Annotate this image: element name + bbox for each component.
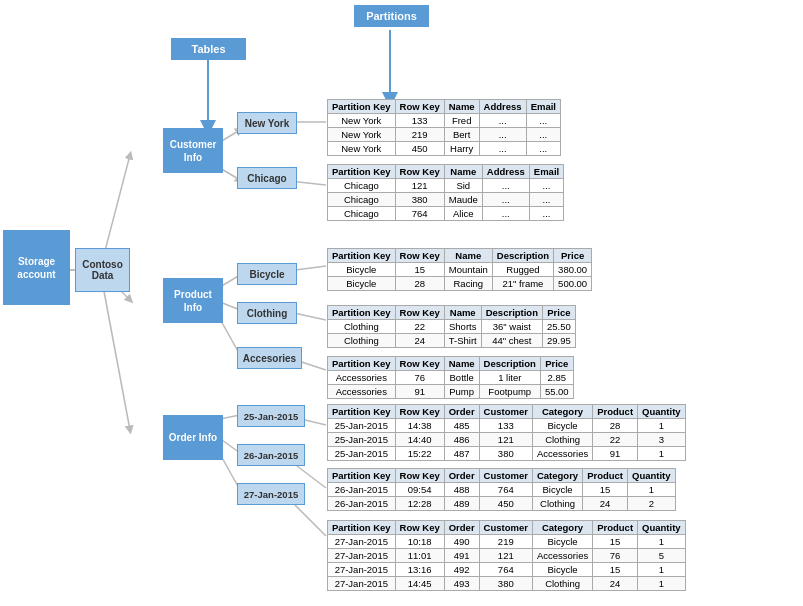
chicago-partition: Chicago xyxy=(237,167,297,189)
col-category: Category xyxy=(532,469,582,483)
table-row: 27-Jan-201511:01491121Accessories765 xyxy=(328,549,686,563)
col-partkey: Partition Key xyxy=(328,405,396,419)
table-row: 26-Jan-201512:28489450Clothing242 xyxy=(328,497,676,511)
bicycle-partition: Bicycle xyxy=(237,263,297,285)
table-row: 25-Jan-201514:38485133Bicycle281 xyxy=(328,419,686,433)
table-row: Bicycle15MountainRugged380.00 xyxy=(328,263,592,277)
col-name: Name xyxy=(444,306,481,320)
col-rowkey: Row Key xyxy=(395,249,444,263)
col-product: Product xyxy=(593,521,638,535)
col-rowkey: Row Key xyxy=(395,405,444,419)
table-row: 27-Jan-201514:45493380Clothing241 xyxy=(328,577,686,591)
product-bicycle-table: Partition Key Row Key Name Description P… xyxy=(327,248,592,291)
col-partkey: Partition Key xyxy=(328,100,396,114)
new-york-partition: New York xyxy=(237,112,297,134)
col-desc: Description xyxy=(492,249,553,263)
col-rowkey: Row Key xyxy=(395,100,444,114)
col-name: Name xyxy=(444,165,482,179)
col-desc: Description xyxy=(479,357,540,371)
col-category: Category xyxy=(532,521,592,535)
table-row: 25-Jan-201514:40486121Clothing223 xyxy=(328,433,686,447)
table-row: 27-Jan-201513:16492764Bicycle151 xyxy=(328,563,686,577)
col-customer: Customer xyxy=(479,405,532,419)
order-25jan-table: Partition Key Row Key Order Customer Cat… xyxy=(327,404,686,461)
col-partkey: Partition Key xyxy=(328,469,396,483)
product-accessories-table: Partition Key Row Key Name Description P… xyxy=(327,356,574,399)
col-desc: Description xyxy=(481,306,542,320)
arrows-svg xyxy=(0,0,803,606)
col-email: Email xyxy=(526,100,560,114)
col-rowkey: Row Key xyxy=(395,469,444,483)
col-partkey: Partition Key xyxy=(328,306,396,320)
jan26-partition: 26-Jan-2015 xyxy=(237,444,305,466)
col-category: Category xyxy=(532,405,592,419)
col-partkey: Partition Key xyxy=(328,357,396,371)
col-name: Name xyxy=(444,357,479,371)
svg-line-3 xyxy=(100,270,130,430)
accessories-partition: Accesories xyxy=(237,347,302,369)
table-row: Chicago764Alice...... xyxy=(328,207,564,221)
product-clothing-table: Partition Key Row Key Name Description P… xyxy=(327,305,576,348)
order-info-box: Order Info xyxy=(163,415,223,460)
col-name: Name xyxy=(444,249,492,263)
clothing-partition: Clothing xyxy=(237,302,297,324)
customer-info-box: Customer Info xyxy=(163,128,223,173)
col-name: Name xyxy=(444,100,479,114)
table-row: 27-Jan-201510:18490219Bicycle151 xyxy=(328,535,686,549)
col-order: Order xyxy=(444,521,479,535)
col-customer: Customer xyxy=(479,469,532,483)
diagram: Partitions Tables Storage account Contos… xyxy=(0,0,803,606)
col-price: Price xyxy=(540,357,573,371)
col-email: Email xyxy=(529,165,563,179)
jan25-partition: 25-Jan-2015 xyxy=(237,405,305,427)
table-row: New York133Fred...... xyxy=(328,114,561,128)
tables-label: Tables xyxy=(171,38,246,60)
table-row: Chicago380Maude...... xyxy=(328,193,564,207)
table-row: Accessories91PumpFootpump55.00 xyxy=(328,385,574,399)
col-price: Price xyxy=(542,306,575,320)
col-rowkey: Row Key xyxy=(395,357,444,371)
col-quantity: Quantity xyxy=(628,469,676,483)
order-27jan-table: Partition Key Row Key Order Customer Cat… xyxy=(327,520,686,591)
col-partkey: Partition Key xyxy=(328,249,396,263)
col-partkey: Partition Key xyxy=(328,521,396,535)
col-address: Address xyxy=(482,165,529,179)
contoso-data-box: Contoso Data xyxy=(75,248,130,292)
partitions-label: Partitions xyxy=(354,5,429,27)
table-row: Chicago121Sid...... xyxy=(328,179,564,193)
table-row: New York450Harry...... xyxy=(328,142,561,156)
table-row: New York219Bert...... xyxy=(328,128,561,142)
col-quantity: Quantity xyxy=(638,405,686,419)
product-info-box: Product Info xyxy=(163,278,223,323)
col-product: Product xyxy=(583,469,628,483)
table-row: 26-Jan-201509:54488764Bicycle151 xyxy=(328,483,676,497)
table-row: 25-Jan-201515:22487380Accessories911 xyxy=(328,447,686,461)
customer-newyork-table: Partition Key Row Key Name Address Email… xyxy=(327,99,561,156)
col-customer: Customer xyxy=(479,521,532,535)
col-quantity: Quantity xyxy=(638,521,686,535)
table-row: Bicycle28Racing21" frame500.00 xyxy=(328,277,592,291)
col-rowkey: Row Key xyxy=(395,521,444,535)
col-rowkey: Row Key xyxy=(395,165,444,179)
col-rowkey: Row Key xyxy=(395,306,444,320)
table-row: Accessories76Bottle1 liter2.85 xyxy=(328,371,574,385)
order-26jan-table: Partition Key Row Key Order Customer Cat… xyxy=(327,468,676,511)
col-product: Product xyxy=(593,405,638,419)
col-order: Order xyxy=(444,405,479,419)
col-partkey: Partition Key xyxy=(328,165,396,179)
customer-chicago-table: Partition Key Row Key Name Address Email… xyxy=(327,164,564,221)
col-order: Order xyxy=(444,469,479,483)
table-row: Clothing22Shorts36" waist25.50 xyxy=(328,320,576,334)
col-price: Price xyxy=(554,249,592,263)
table-row: Clothing24T-Shirt44" chest29.95 xyxy=(328,334,576,348)
storage-account-box: Storage account xyxy=(3,230,70,305)
col-address: Address xyxy=(479,100,526,114)
jan27-partition: 27-Jan-2015 xyxy=(237,483,305,505)
